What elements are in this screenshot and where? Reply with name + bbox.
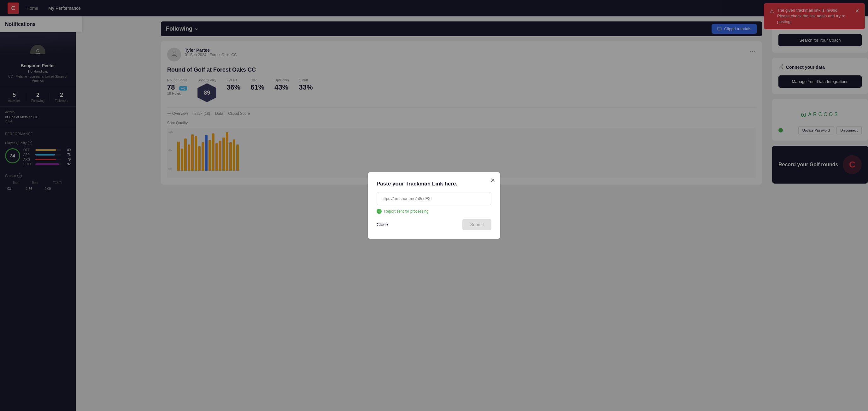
modal-success-message: ✓ Report sent for processing: [377, 209, 491, 214]
success-check-icon: ✓: [377, 209, 382, 214]
modal-overlay[interactable]: Paste your Trackman Link here. ✕ ✓ Repor…: [0, 0, 868, 411]
trackman-modal: Paste your Trackman Link here. ✕ ✓ Repor…: [368, 172, 500, 239]
modal-close-button[interactable]: Close: [377, 222, 388, 227]
modal-title: Paste your Trackman Link here.: [377, 181, 491, 187]
trackman-link-input[interactable]: [377, 192, 491, 205]
modal-close-icon-button[interactable]: ✕: [491, 177, 495, 184]
modal-submit-button[interactable]: Submit: [462, 219, 491, 230]
modal-footer: Close Submit: [377, 219, 491, 230]
success-text: Report sent for processing: [384, 209, 429, 214]
